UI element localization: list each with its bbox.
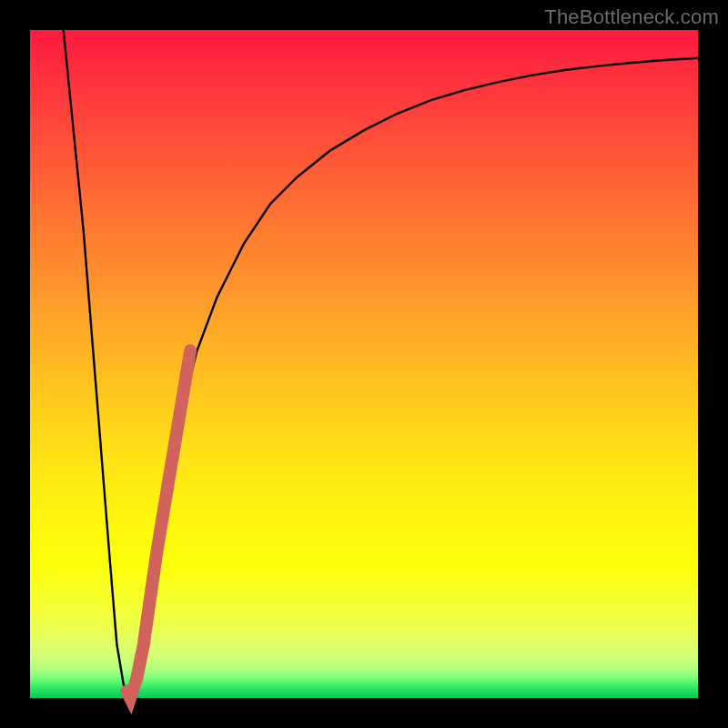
overlay-dot <box>132 673 142 683</box>
curve-svg <box>30 30 698 698</box>
overlay-dot <box>125 693 136 703</box>
watermark-text: TheBottleneck.com <box>544 5 719 29</box>
plot-area <box>30 30 698 698</box>
bottleneck-curve <box>64 30 698 698</box>
overlay-marker <box>126 350 190 698</box>
overlay-dot <box>139 641 147 649</box>
chart-frame: TheBottleneck.com <box>0 0 728 728</box>
